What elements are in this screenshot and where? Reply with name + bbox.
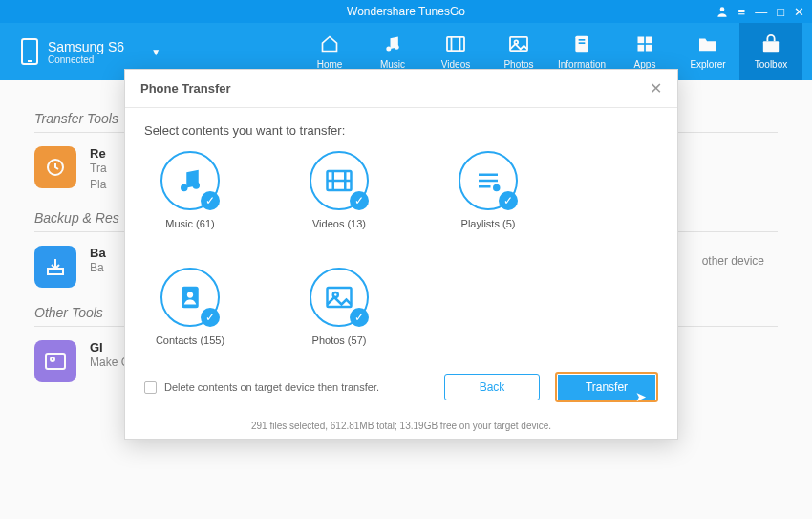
svg-point-22 xyxy=(193,182,201,189)
option-music[interactable]: ✓ Music (61) xyxy=(144,151,236,229)
option-videos[interactable]: ✓ Videos (13) xyxy=(293,151,385,229)
back-button[interactable]: Back xyxy=(444,374,540,400)
option-contacts[interactable]: ✓ Contacts (155) xyxy=(144,268,236,346)
checkbox[interactable] xyxy=(144,381,157,394)
transfer-button[interactable]: Transfer ➤ xyxy=(555,372,658,402)
dialog-title: Phone Transfer xyxy=(140,81,231,96)
check-icon: ✓ xyxy=(499,191,518,210)
dialog-status: 291 files selected, 612.81MB total; 13.1… xyxy=(125,421,677,431)
check-icon: ✓ xyxy=(201,308,220,327)
svg-point-21 xyxy=(181,184,188,192)
delete-before-transfer[interactable]: Delete contents on target device then tr… xyxy=(144,381,379,394)
svg-rect-33 xyxy=(328,288,352,307)
close-icon[interactable]: ✕ xyxy=(650,79,662,97)
dialog-header: Phone Transfer ✕ xyxy=(125,70,677,108)
dialog-subtitle: Select contents you want to transfer: xyxy=(144,123,658,138)
phone-transfer-dialog: Phone Transfer ✕ Select contents you wan… xyxy=(124,69,678,440)
svg-point-32 xyxy=(187,292,193,297)
check-icon: ✓ xyxy=(350,308,369,327)
option-playlists[interactable]: ✓ Playlists (5) xyxy=(442,151,534,229)
option-photos[interactable]: ✓ Photos (57) xyxy=(293,268,385,346)
cursor-icon: ➤ xyxy=(635,389,647,404)
check-icon: ✓ xyxy=(350,191,369,210)
svg-point-30 xyxy=(494,185,499,190)
check-icon: ✓ xyxy=(201,191,220,210)
